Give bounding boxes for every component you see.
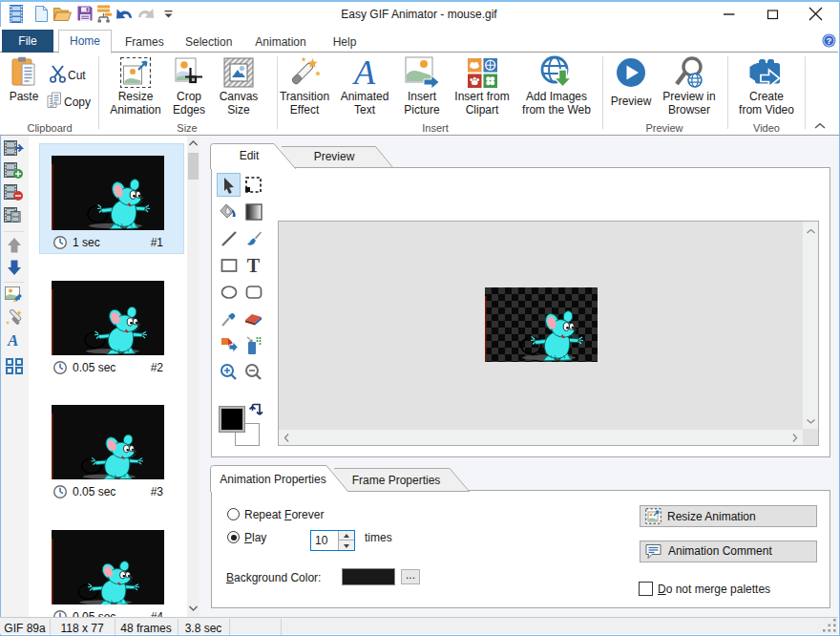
svg-text:?: ? bbox=[827, 35, 832, 46]
